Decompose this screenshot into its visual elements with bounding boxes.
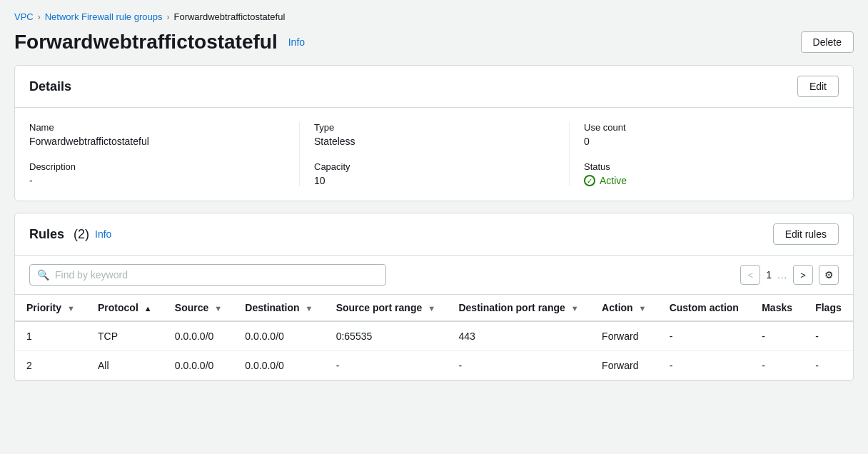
rules-table: Priority ▼ Protocol ▲ Source ▼ Destinati… [15,295,853,380]
priority-sort-icon: ▼ [67,304,75,313]
next-page-button[interactable]: > [793,265,813,285]
cell-source-port: 0:65535 [325,321,448,351]
table-row: 1TCP0.0.0.0/00.0.0.0/00:65535443Forward-… [15,321,853,351]
breadcrumb: VPC › Network Firewall rule groups › For… [14,11,854,22]
details-card: Details Edit Name Forwardwebtraffictosta… [14,65,854,201]
use-count-value: 0 [584,136,824,147]
status-badge: ✓ Active [584,175,824,186]
edit-button[interactable]: Edit [797,76,839,97]
cell-action: Forward [590,321,658,351]
cell-action: Forward [590,351,658,380]
rules-count: (2) [74,227,89,242]
detail-type: Type Stateless [314,122,555,147]
cell-priority: 2 [15,351,86,380]
details-col-2: Type Stateless Capacity 10 [299,122,569,186]
pagination-controls: < 1 ... > ⚙ [740,265,839,285]
col-flags: Flags [804,295,853,321]
cell-masks: - [750,321,804,351]
details-col-1: Name Forwardwebtraffictostateful Descrip… [29,122,299,186]
settings-button[interactable]: ⚙ [819,265,839,285]
col-source[interactable]: Source ▼ [163,295,233,321]
prev-icon: < [748,270,754,281]
col-dest-port[interactable]: Destination port range ▼ [447,295,590,321]
cell-destination: 0.0.0.0/0 [233,321,324,351]
breadcrumb-sep-2: › [166,12,169,22]
page-title: Forwardwebtraffictostateful [14,31,278,54]
detail-use-count: Use count 0 [584,122,824,147]
cell-flags: - [804,351,853,380]
cell-protocol: TCP [86,321,163,351]
cell-destination: 0.0.0.0/0 [233,351,324,380]
table-row: 2All0.0.0.0/00.0.0.0/0--Forward--- [15,351,853,380]
cell-priority: 1 [15,321,86,351]
search-icon: 🔍 [37,269,49,281]
name-value: Forwardwebtraffictostateful [29,136,285,147]
table-header-row: Priority ▼ Protocol ▲ Source ▼ Destinati… [15,295,853,321]
cell-custom-action: - [658,321,751,351]
status-label: Status [584,161,824,172]
page-number: 1 [766,269,772,281]
detail-description: Description - [29,161,285,186]
col-action[interactable]: Action ▼ [590,295,658,321]
capacity-value: 10 [314,175,555,186]
page-header: Forwardwebtraffictostateful Info Delete [14,31,854,54]
col-priority[interactable]: Priority ▼ [15,295,86,321]
gear-icon: ⚙ [824,269,834,281]
status-value: Active [600,175,627,186]
description-value: - [29,175,285,186]
detail-capacity: Capacity 10 [314,161,555,186]
cell-dest-port: 443 [447,321,590,351]
description-label: Description [29,161,285,172]
detail-status: Status ✓ Active [584,161,824,186]
rules-title: Rules [29,227,68,242]
info-badge[interactable]: Info [285,34,308,50]
search-area: 🔍 < 1 ... > ⚙ [15,256,853,295]
breadcrumb-sep-1: › [38,12,41,22]
rules-card: Rules (2) Info Edit rules 🔍 < 1 ... > [14,213,854,381]
details-col-3: Use count 0 Status ✓ Active [569,122,839,186]
details-title: Details [29,79,71,94]
page-title-group: Forwardwebtraffictostateful Info [14,31,308,54]
type-value: Stateless [314,136,555,147]
cell-dest-port: - [447,351,590,380]
next-icon: > [800,270,806,281]
rules-info-link[interactable]: Info [95,228,111,240]
col-custom-action: Custom action [658,295,751,321]
edit-rules-button[interactable]: Edit rules [773,223,839,245]
protocol-sort-icon: ▲ [144,304,152,313]
use-count-label: Use count [584,122,824,133]
source-sort-icon: ▼ [214,304,222,313]
prev-page-button[interactable]: < [740,265,760,285]
breadcrumb-current: Forwardwebtraffictostateful [173,11,285,22]
destination-sort-icon: ▼ [305,304,313,313]
col-destination[interactable]: Destination ▼ [233,295,324,321]
details-card-header: Details Edit [15,66,853,108]
cell-protocol: All [86,351,163,380]
dest-port-sort-icon: ▼ [571,304,579,313]
breadcrumb-vpc[interactable]: VPC [14,11,34,22]
status-active-icon: ✓ [584,175,595,186]
details-grid: Name Forwardwebtraffictostateful Descrip… [15,108,853,201]
cell-flags: - [804,321,853,351]
rules-card-header: Rules (2) Info Edit rules [15,213,853,256]
source-port-sort-icon: ▼ [428,304,435,313]
type-label: Type [314,122,555,133]
detail-name: Name Forwardwebtraffictostateful [29,122,285,147]
col-masks: Masks [750,295,804,321]
breadcrumb-rule-groups[interactable]: Network Firewall rule groups [45,11,163,22]
search-box[interactable]: 🔍 [29,264,386,286]
cell-masks: - [750,351,804,380]
capacity-label: Capacity [314,161,555,172]
col-source-port[interactable]: Source port range ▼ [325,295,448,321]
pagination-ellipsis: ... [777,270,787,281]
cell-source: 0.0.0.0/0 [163,321,233,351]
cell-source: 0.0.0.0/0 [163,351,233,380]
cell-source-port: - [325,351,448,380]
col-protocol[interactable]: Protocol ▲ [86,295,163,321]
search-input[interactable] [55,269,378,281]
delete-button[interactable]: Delete [801,31,854,53]
name-label: Name [29,122,285,133]
cell-custom-action: - [658,351,751,380]
rules-title-group: Rules (2) Info [29,227,111,242]
action-sort-icon: ▼ [639,304,647,313]
